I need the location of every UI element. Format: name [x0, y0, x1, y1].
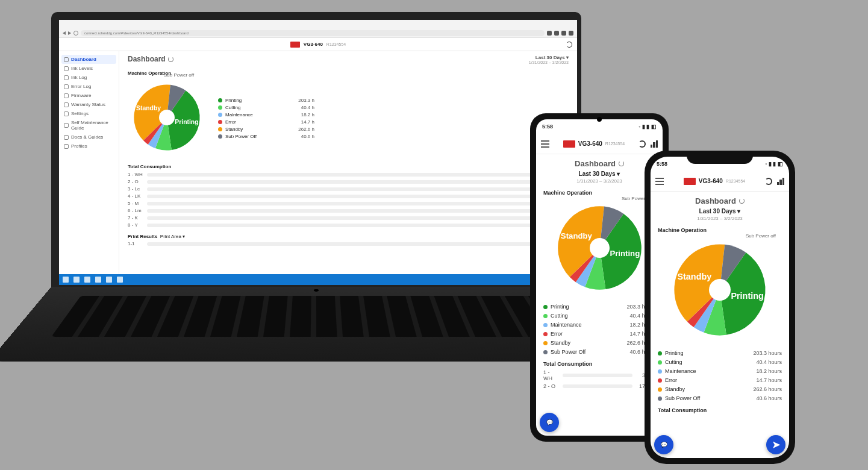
print-result-row: 1-18.3 m²	[128, 241, 569, 246]
machine-operation-pie-chart: PrintingStandby	[550, 198, 649, 298]
windows-taskbar	[59, 274, 577, 285]
sidebar-icon	[64, 75, 69, 80]
legend-item: Cutting40.4 h	[218, 105, 314, 110]
svg-point-2	[159, 110, 175, 125]
ink-bar-row: 7 - K182 ml	[128, 215, 569, 221]
section-machine-operation: Machine Operation	[658, 227, 782, 233]
chat-fab[interactable]: 💬	[540, 413, 559, 432]
date-range-selector[interactable]: Last 30 Days ▾	[529, 55, 569, 60]
legend-item: Error14.7 hours	[543, 331, 655, 337]
section-total-consumption: Total Consumption	[658, 407, 782, 413]
menu-icon[interactable]	[569, 31, 573, 36]
main-content: Dashboard Last 30 Days ▾ 1/31/2023 – 3/2…	[119, 51, 577, 274]
legend-item: Maintenance18.2 hours	[658, 368, 782, 374]
legend-item: Error14.7 h	[218, 119, 314, 125]
pie-callout: Sub Power off	[746, 233, 776, 239]
extension-icon[interactable]	[547, 31, 552, 36]
legend-item: Sub Power Off40.6 hours	[658, 395, 782, 401]
legend-item: Standby262.6 hours	[658, 386, 782, 392]
pie-legend: Printing203.3 hoursCutting40.4 hoursMain…	[543, 304, 655, 355]
sidebar-item-ink-log[interactable]: Ink Log	[61, 73, 116, 82]
chat-bubble-fab[interactable]: ➤	[766, 435, 785, 454]
app-icon[interactable]	[95, 277, 101, 283]
device-model: VG3-640	[304, 42, 323, 47]
print-results-sort[interactable]: Print Results Print Area ▾	[128, 234, 185, 239]
reload-dashboard-icon[interactable]	[739, 198, 745, 204]
date-range-selector[interactable]: Last 30 Days ▾	[658, 208, 782, 215]
page-title: Dashboard	[543, 159, 655, 168]
sidebar-item-profiles[interactable]: Profiles	[61, 142, 116, 151]
filter-icon[interactable]	[651, 140, 658, 148]
start-icon[interactable]	[63, 277, 69, 283]
sidebar-item-warranty-status[interactable]: Warranty Status	[61, 100, 116, 109]
ink-bar-row: 3 - Lc67 ml	[128, 186, 569, 192]
refresh-icon[interactable]	[566, 42, 572, 48]
legend-item: Cutting40.4 hours	[543, 313, 655, 319]
svg-text:Printing: Printing	[731, 291, 763, 301]
svg-text:Printing: Printing	[610, 249, 640, 258]
legend-item: Printing203.3 h	[218, 98, 314, 103]
back-icon[interactable]	[63, 31, 66, 35]
chat-fab[interactable]: 💬	[654, 435, 673, 454]
mobile-app-header: VG3-640R1234554	[536, 134, 663, 154]
page-title: Dashboard	[128, 55, 173, 63]
reload-dashboard-icon[interactable]	[168, 57, 173, 62]
sidebar: DashboardInk LevelsInk LogError LogFirmw…	[59, 51, 119, 274]
hamburger-icon[interactable]	[541, 140, 549, 148]
page-title: Dashboard	[658, 196, 782, 205]
sidebar-item-settings[interactable]: Settings	[61, 109, 116, 118]
ink-consumption-bars: 1 - WH35 ml2 - O178 ml3 - Lc67 ml4 - LK3…	[128, 172, 569, 228]
section-total-consumption: Total Consumption	[128, 164, 569, 169]
search-icon[interactable]	[73, 277, 80, 283]
taskview-icon[interactable]	[84, 277, 90, 283]
section-machine-operation: Machine Operation	[543, 190, 655, 196]
legend-item: Cutting40.4 hours	[658, 359, 782, 365]
sidebar-item-docs-&-guides[interactable]: Docs & Guides	[61, 133, 116, 142]
extension-icon[interactable]	[561, 31, 566, 36]
laptop-device: connect.rolanddg.com/#/devices/VG3-640_R…	[51, 12, 581, 413]
ink-consumption-bars: 1 - WH35 ml2 - O178 ml	[543, 369, 655, 389]
machine-operation-pie-chart: PrintingStandby	[128, 78, 206, 157]
extension-icon[interactable]	[554, 31, 559, 36]
ink-bar-row: 1 - WH35 ml	[543, 369, 655, 381]
legend-item: Standby262.6 hours	[543, 340, 655, 346]
date-range-value: 1/31/2023 – 3/2/2023	[658, 216, 782, 221]
legend-item: Sub Power Off40.6 h	[218, 134, 314, 139]
sidebar-item-firmware[interactable]: Firmware	[61, 91, 116, 100]
sidebar-item-dashboard[interactable]: Dashboard	[61, 55, 116, 64]
ink-bar-row: 1 - WH35 ml	[128, 172, 569, 177]
date-range-value: 1/31/2023 – 3/2/2023	[543, 178, 655, 184]
refresh-icon[interactable]	[639, 140, 646, 148]
legend-item: Sub Power Off40.6 hours	[543, 349, 655, 355]
hamburger-icon[interactable]	[655, 178, 664, 185]
app-header: VG3-640 R1234554	[59, 38, 577, 51]
forward-icon[interactable]	[68, 31, 71, 35]
svg-text:Standby: Standby	[136, 105, 161, 111]
ink-bar-row: 8 - Y190 ml	[128, 222, 569, 228]
sidebar-icon	[64, 66, 69, 71]
mobile-app-header: VG3-640R1234554	[651, 171, 789, 192]
url-bar[interactable]: connect.rolanddg.com/#/devices/VG3-640_R…	[81, 30, 545, 36]
sidebar-icon	[64, 102, 69, 107]
legend-item: Standby262.6 h	[218, 127, 314, 132]
sidebar-icon	[64, 93, 69, 98]
sidebar-item-ink-levels[interactable]: Ink Levels	[61, 64, 116, 73]
reload-icon[interactable]	[73, 31, 78, 36]
refresh-icon[interactable]	[765, 178, 772, 185]
svg-point-8	[709, 279, 731, 301]
sidebar-icon	[64, 57, 69, 62]
pie-legend: Printing203.3 hoursCutting40.4 hoursMain…	[658, 350, 782, 401]
svg-point-5	[590, 238, 610, 258]
ink-bar-row: 2 - O178 ml	[543, 383, 655, 389]
filter-icon[interactable]	[777, 178, 784, 185]
sidebar-icon	[64, 135, 69, 140]
app-icon[interactable]	[117, 277, 123, 283]
sidebar-item-self-maintenance-guide[interactable]: Self Maintenance Guide	[61, 118, 116, 133]
section-total-consumption: Total Consumption	[543, 361, 655, 367]
ios-phone: 5:58◦ ▮ ▮ ◧ VG3-640R1234554 Dashboard La…	[645, 151, 795, 464]
app-icon[interactable]	[106, 277, 112, 283]
svg-text:Standby: Standby	[677, 272, 711, 281]
sidebar-item-error-log[interactable]: Error Log	[61, 82, 116, 91]
reload-dashboard-icon[interactable]	[619, 161, 624, 166]
date-range-selector[interactable]: Last 30 Days ▾	[543, 171, 655, 177]
